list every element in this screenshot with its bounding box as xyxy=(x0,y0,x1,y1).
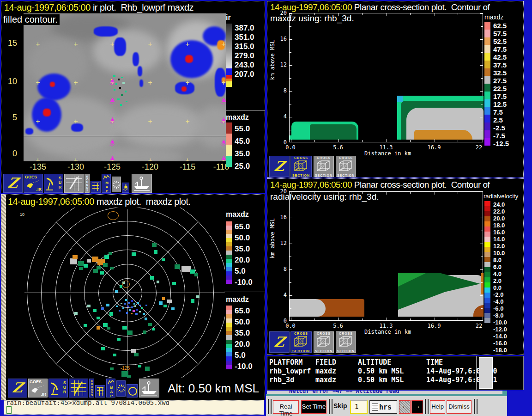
colorbar-segment xyxy=(226,156,232,167)
colorbar-tick-label: 50.0 xyxy=(235,232,253,244)
toolbar2-zebra-button[interactable]: Z xyxy=(8,379,27,398)
colorbar-tick-label: 279.0 xyxy=(235,51,254,61)
radar-cell xyxy=(120,285,122,288)
terminal-prompt-line: rain:beaufait:45>xdump.all 970814.0605.x… xyxy=(6,400,169,406)
colorbar-segment xyxy=(226,348,232,352)
colorbar-tick-label: 32.5 xyxy=(493,69,509,77)
x-tick: -125 xyxy=(104,162,121,172)
cross-section-button-3[interactable]: CROSS SECTION xyxy=(336,156,356,177)
toolbar2-map-button[interactable]: MAP xyxy=(106,379,115,398)
map-squiggle-icon xyxy=(108,379,115,385)
toolbar2-small-grid-button[interactable] xyxy=(95,385,105,398)
cube-icon xyxy=(293,160,309,172)
toolbar-goes-ir-button[interactable]: GOES .IR xyxy=(24,174,43,193)
units-menu-icon xyxy=(372,404,378,411)
radar-cell xyxy=(73,255,78,259)
radar-cell xyxy=(93,309,97,312)
colorbar-tick-label: 2.5 xyxy=(493,116,509,124)
toolbar2-radar-grid-button[interactable] xyxy=(69,379,88,398)
colorbar-segment xyxy=(484,226,490,232)
colorbar-tick-label: 10.0 xyxy=(493,250,507,257)
set-time-button[interactable]: Set Time xyxy=(301,400,326,414)
colorbar-tick-label: 4.0 xyxy=(493,270,507,277)
colorbar-segment xyxy=(226,340,232,344)
toolbar2-rosette-button[interactable] xyxy=(116,380,126,397)
y-tick: 0 xyxy=(3,149,17,159)
units-button[interactable]: hrs xyxy=(369,400,397,414)
colorbar-tick-label: -10.0 xyxy=(235,277,253,288)
toolbar-zebra-button[interactable]: Z xyxy=(3,174,23,193)
status-scrollbar[interactable] xyxy=(479,357,493,389)
cross-section-button-2[interactable]: CROSS SECTION xyxy=(314,156,334,177)
real-time-button[interactable]: Real Time xyxy=(273,400,299,414)
skip-value-input[interactable]: 1 xyxy=(350,400,368,414)
radar-cell xyxy=(107,327,110,330)
small-grid-icon xyxy=(97,387,103,396)
colorbar-segment xyxy=(484,201,490,206)
toolbar2-goes-ir-button[interactable]: GOES .IR xyxy=(28,379,48,398)
left-scrollbar[interactable] xyxy=(1,195,6,400)
axis-tick-label: 16 xyxy=(277,214,287,220)
cross-section-button-2[interactable]: CROSS SECTION xyxy=(314,331,334,353)
radar-cell xyxy=(106,304,109,306)
toolbar2-ship-button[interactable] xyxy=(139,379,159,398)
colorbar-segment xyxy=(484,237,490,242)
plot-ticks xyxy=(290,192,483,320)
xs2-zebra-button[interactable]: Z xyxy=(269,331,290,353)
cube-icon xyxy=(338,336,354,348)
radar-cell xyxy=(157,281,159,283)
radar-cell xyxy=(116,306,118,307)
zebra-logo-icon: Z xyxy=(269,332,290,352)
buoy-icon xyxy=(221,98,226,107)
x-tick: -130 xyxy=(67,162,84,172)
radar-cell xyxy=(84,324,87,327)
colorbar-tick-label: -4.0 xyxy=(493,298,507,305)
axis-tick-label: 8 xyxy=(277,87,287,94)
colorbar-tick-label: 20.0 xyxy=(493,215,507,222)
dismiss-button[interactable]: Dismiss xyxy=(447,400,472,414)
colorbar-segment xyxy=(484,30,490,37)
colorbar-segment xyxy=(484,242,490,247)
radar-cell xyxy=(143,313,145,315)
toolbar2-circle-button[interactable] xyxy=(127,384,138,398)
cross-section-button-active[interactable]: CROSS SECTION xyxy=(290,331,312,353)
toolbar-map-button[interactable]: MAP xyxy=(102,174,111,193)
radar-cell xyxy=(145,305,147,306)
colorbar-title-maxdz-1: maxdz xyxy=(226,210,249,219)
toolbar-small-grid-button[interactable] xyxy=(91,181,101,193)
toolbar2-bounds-button[interactable]: BOUNDS xyxy=(89,379,94,398)
terminal-window[interactable]: rain:beaufait:45>xdump.all 970814.0605.x… xyxy=(4,400,264,415)
cross-section-button-3[interactable]: CROSS SECTION xyxy=(336,331,356,353)
buoy-icon xyxy=(221,140,226,148)
colorbar-segment xyxy=(484,298,490,303)
help-button[interactable]: Help xyxy=(430,400,445,414)
colorbar-tick-label: 8.0 xyxy=(493,257,507,263)
radar-cell xyxy=(145,367,150,371)
colorbar-segment xyxy=(226,318,232,323)
toolbar-rosette-button[interactable] xyxy=(112,177,121,192)
colorbar-tick-label: -10.0 xyxy=(493,319,507,326)
toolbar-buoy-button[interactable] xyxy=(122,183,129,193)
radar-cell xyxy=(104,255,109,259)
colorbar-segment xyxy=(484,84,490,92)
buoy-icon xyxy=(123,184,129,191)
status-window: PLATFORMFIELDALTITUDETIME rhb_lowprfmaxd… xyxy=(267,356,524,390)
colorbar-tick-label: -6.0 xyxy=(493,305,507,312)
colorbar-segment xyxy=(226,352,232,356)
x-tick: -115 xyxy=(180,162,196,172)
colorbar-segment xyxy=(226,263,232,267)
cross-section-button-active[interactable]: CROSS SECTION xyxy=(290,156,312,177)
step-back-button[interactable]: ← xyxy=(399,400,411,414)
colorbar-segment xyxy=(226,335,232,339)
colorbar-segment xyxy=(226,323,232,327)
toolbar2-surveillance-button[interactable]: SUR xyxy=(48,379,68,398)
xs-zebra-button[interactable]: Z xyxy=(269,156,290,177)
toolbar-ship-button[interactable] xyxy=(132,174,152,193)
colorbar-segment xyxy=(484,122,490,130)
step-forward-button[interactable]: → xyxy=(411,400,423,414)
toolbar-radar-grid-button[interactable] xyxy=(64,174,84,193)
toolbar-bounds-button[interactable]: BOUNDS xyxy=(85,174,90,193)
colorbar-tick-label: 45.0 xyxy=(235,135,250,147)
axis-tick-label: 11.3 xyxy=(380,323,393,329)
toolbar-surveillance-button[interactable]: SUR xyxy=(44,174,63,193)
